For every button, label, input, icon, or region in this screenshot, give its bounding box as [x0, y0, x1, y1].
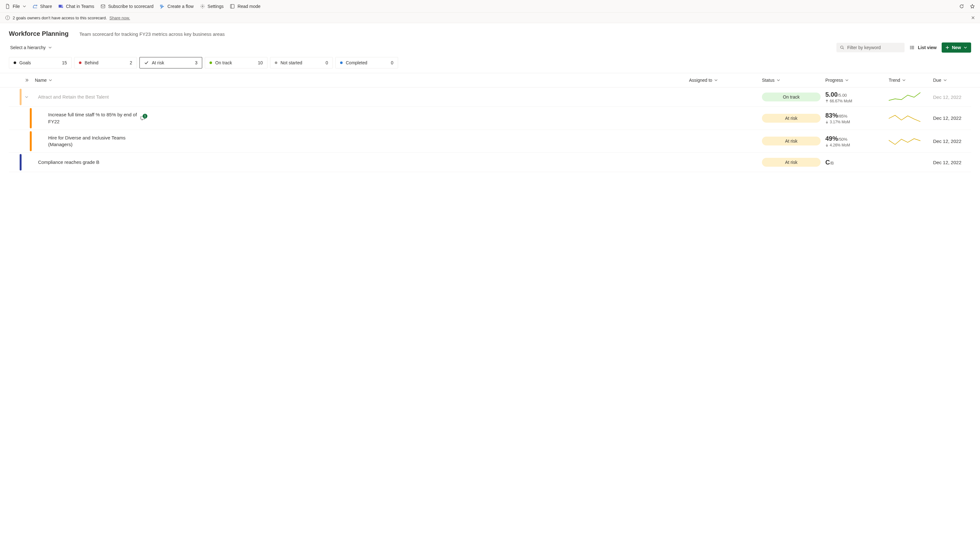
chevron-down-icon [943, 78, 947, 82]
row-accent [20, 89, 22, 105]
view-switcher[interactable]: List view [910, 45, 937, 50]
filter-count: 0 [326, 60, 328, 65]
svg-point-9 [8, 17, 8, 17]
trend-cell [889, 113, 933, 124]
read-mode-button[interactable]: Read mode [230, 4, 260, 9]
filter-card[interactable]: On track10 [205, 57, 267, 68]
read-label: Read mode [237, 4, 260, 9]
progress-cell: 5.00/5.0066.67% MoM [825, 91, 889, 103]
due-cell: Dec 12, 2022 [933, 138, 971, 144]
filter-card[interactable]: At risk3 [140, 57, 202, 68]
status-dot-icon [340, 62, 343, 64]
arrow-up-icon [825, 100, 829, 103]
svg-rect-0 [59, 5, 62, 8]
search-input[interactable] [847, 45, 903, 50]
progress-value: C/B [825, 159, 889, 166]
chevron-down-icon [845, 78, 849, 82]
gear-icon [200, 4, 205, 9]
filter-card[interactable]: Not started0 [270, 57, 333, 68]
page-subtitle: Team scorecard for tracking FY23 metrics… [80, 31, 225, 37]
subscribe-label: Subscribe to scorecard [108, 4, 153, 9]
notification-text: 2 goals owners don't have access to this… [13, 16, 107, 20]
close-icon[interactable] [971, 16, 975, 20]
status-badge: At risk [762, 137, 821, 145]
expand-toggle[interactable] [20, 95, 33, 99]
progress-value: 83%/85% [825, 112, 889, 119]
status-badge: On track [762, 92, 821, 102]
filter-label: Goals [19, 60, 59, 65]
filter-count: 3 [195, 60, 197, 65]
trend-sparkline-icon [889, 113, 920, 124]
due-cell: Dec 12, 2022 [933, 94, 971, 100]
progress-value: 49%/50% [825, 135, 889, 142]
filter-card[interactable]: Completed0 [335, 57, 398, 68]
plus-icon [945, 46, 949, 49]
table-row[interactable]: Hire for Diverse and Inclusive Teams (Ma… [9, 130, 971, 153]
chevron-down-icon [22, 5, 26, 8]
column-status[interactable]: Status [762, 78, 825, 83]
chat-button[interactable]: Chat in Teams [58, 4, 94, 9]
hierarchy-selector[interactable]: Select a hierarchy [9, 43, 53, 52]
status-cell: At risk [762, 114, 825, 123]
check-icon [144, 60, 149, 65]
status-dot-icon [275, 62, 277, 64]
progress-delta: 4.26% MoM [825, 143, 889, 147]
status-cell: At risk [762, 137, 825, 145]
share-button[interactable]: Share [33, 4, 52, 9]
column-assigned[interactable]: Assigned to [689, 78, 762, 83]
file-menu[interactable]: File [5, 4, 26, 9]
filter-label: Behind [84, 60, 126, 65]
chevron-down-icon [48, 78, 52, 82]
file-label: File [13, 4, 20, 9]
settings-button[interactable]: Settings [200, 4, 224, 9]
table-header: Name Assigned to Status Progress Trend D… [0, 73, 980, 88]
comment-count: 1 [143, 114, 147, 119]
list-icon [910, 45, 915, 50]
column-due[interactable]: Due [933, 78, 971, 83]
chat-label: Chat in Teams [66, 4, 94, 9]
row-accent [30, 131, 32, 151]
filter-label: Completed [346, 60, 388, 65]
svg-point-4 [202, 6, 203, 7]
progress-cell: 83%/85%3.17% MoM [825, 112, 889, 124]
column-name[interactable]: Name [33, 78, 689, 83]
status-dot-icon [79, 62, 81, 64]
refresh-icon[interactable] [959, 4, 964, 9]
info-icon [5, 15, 10, 20]
due-cell: Dec 12, 2022 [933, 115, 971, 121]
trend-cell [889, 136, 933, 146]
filter-label: Not started [280, 60, 322, 65]
trend-sparkline-icon [889, 92, 920, 102]
expand-all-toggle[interactable] [20, 78, 33, 82]
filter-count: 2 [130, 60, 132, 65]
filter-count: 0 [391, 60, 393, 65]
share-now-link[interactable]: Share now. [109, 16, 130, 20]
favorite-icon[interactable] [970, 4, 975, 9]
table-row[interactable]: Increase full time staff % to 85% by end… [9, 107, 971, 130]
column-progress[interactable]: Progress [825, 78, 889, 83]
svg-line-11 [843, 48, 844, 49]
filter-label: On track [215, 60, 255, 65]
read-icon [230, 4, 235, 9]
subscribe-icon [100, 4, 105, 9]
goal-name: Attract and Retain the Best Talent [33, 89, 689, 105]
search-icon [840, 46, 844, 49]
controls-row: Select a hierarchy List view New [0, 41, 980, 57]
table-row[interactable]: Compliance reaches grade BAt riskC/BDec … [9, 153, 971, 172]
comment-indicator[interactable]: 1 [140, 116, 145, 121]
flow-button[interactable]: Create a flow [160, 4, 193, 9]
chevron-down-icon [902, 78, 906, 82]
trend-cell [889, 92, 933, 102]
subscribe-button[interactable]: Subscribe to scorecard [100, 4, 153, 9]
chevron-down-icon [25, 95, 29, 99]
filter-count: 10 [258, 60, 263, 65]
filter-card[interactable]: Goals15 [9, 57, 72, 68]
search-box[interactable] [837, 43, 905, 52]
arrow-down-icon [825, 121, 829, 124]
column-trend[interactable]: Trend [889, 78, 933, 83]
row-accent [30, 108, 32, 128]
new-button[interactable]: New [942, 43, 971, 53]
svg-point-10 [840, 46, 843, 48]
filter-card[interactable]: Behind2 [74, 57, 137, 68]
table-row[interactable]: Attract and Retain the Best TalentOn tra… [9, 88, 971, 107]
